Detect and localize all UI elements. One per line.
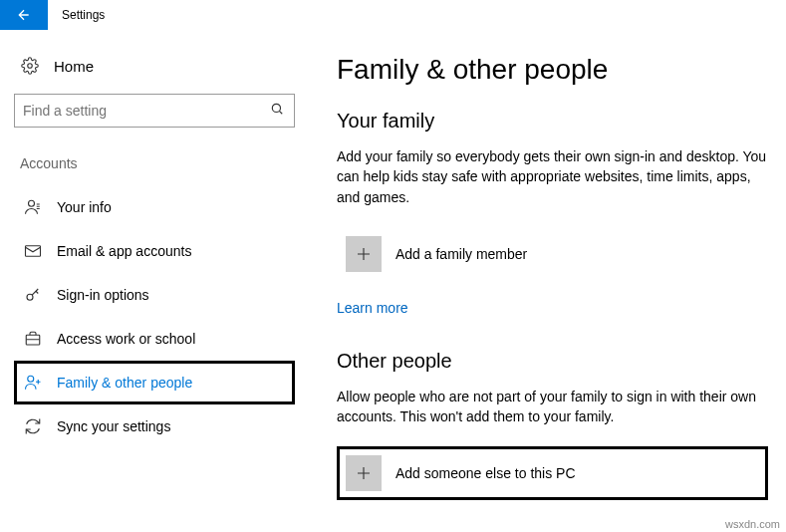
svg-rect-3 bbox=[26, 246, 41, 257]
page-title: Family & other people bbox=[337, 54, 768, 86]
other-description: Allow people who are not part of your fa… bbox=[337, 387, 768, 427]
nav-signin-options[interactable]: Sign-in options bbox=[14, 273, 295, 317]
plus-icon bbox=[346, 455, 382, 491]
search-icon bbox=[270, 102, 286, 120]
svg-point-0 bbox=[28, 64, 33, 69]
nav-label: Sign-in options bbox=[57, 287, 149, 303]
svg-point-1 bbox=[272, 104, 280, 112]
nav-label: Access work or school bbox=[57, 331, 195, 347]
search-input[interactable] bbox=[23, 103, 270, 119]
section-your-family: Your family bbox=[337, 110, 768, 133]
nav-home-label: Home bbox=[54, 58, 94, 75]
add-family-member[interactable]: Add a family member bbox=[337, 227, 768, 281]
back-button[interactable] bbox=[0, 0, 48, 30]
nav-label: Family & other people bbox=[57, 375, 192, 391]
key-icon bbox=[23, 285, 43, 305]
arrow-left-icon bbox=[16, 7, 32, 23]
learn-more-link[interactable]: Learn more bbox=[337, 300, 408, 316]
family-icon bbox=[23, 373, 43, 393]
nav-family-other[interactable]: Family & other people bbox=[14, 361, 295, 404]
watermark: wsxdn.com bbox=[725, 518, 780, 530]
mail-icon bbox=[23, 241, 43, 261]
sync-icon bbox=[23, 416, 43, 436]
svg-point-2 bbox=[29, 200, 35, 206]
nav-home[interactable]: Home bbox=[14, 44, 295, 88]
gear-icon bbox=[20, 56, 40, 76]
category-header: Accounts bbox=[14, 155, 295, 171]
nav-email-accounts[interactable]: Email & app accounts bbox=[14, 229, 295, 273]
svg-point-4 bbox=[27, 294, 33, 300]
person-icon bbox=[23, 197, 43, 217]
nav-access-work[interactable]: Access work or school bbox=[14, 317, 295, 361]
nav-sync[interactable]: Sync your settings bbox=[14, 404, 295, 448]
app-title: Settings bbox=[48, 8, 105, 22]
main-panel: Family & other people Your family Add yo… bbox=[309, 30, 786, 532]
nav-your-info[interactable]: Your info bbox=[14, 185, 295, 229]
section-other-people: Other people bbox=[337, 350, 768, 373]
add-someone-else[interactable]: Add someone else to this PC bbox=[337, 446, 768, 500]
briefcase-icon bbox=[23, 329, 43, 349]
nav-label: Email & app accounts bbox=[57, 243, 191, 259]
svg-point-6 bbox=[28, 376, 34, 382]
search-box[interactable] bbox=[14, 94, 295, 128]
family-description: Add your family so everybody gets their … bbox=[337, 146, 768, 207]
plus-icon bbox=[346, 236, 382, 272]
titlebar: Settings bbox=[0, 0, 786, 30]
add-family-label: Add a family member bbox=[395, 246, 527, 262]
nav-label: Sync your settings bbox=[57, 418, 170, 434]
nav-label: Your info bbox=[57, 199, 112, 215]
add-other-label: Add someone else to this PC bbox=[395, 465, 576, 481]
sidebar: Home Accounts Your info Email & app acco… bbox=[0, 30, 309, 532]
